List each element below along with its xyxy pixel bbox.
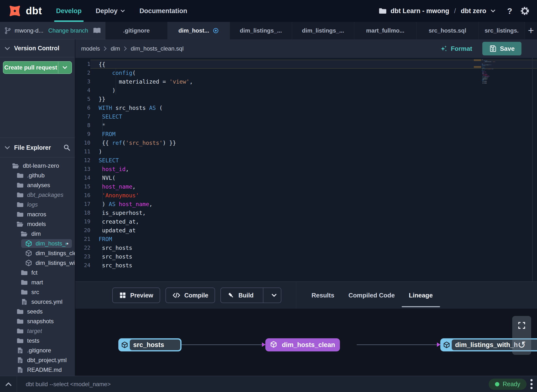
file-tree-item[interactable]: README.md xyxy=(0,365,75,375)
file-tree-item[interactable]: src xyxy=(0,287,75,297)
lineage-node[interactable]: src_hosts xyxy=(118,338,182,351)
dbt-logo-icon xyxy=(7,3,22,18)
fullscreen-icon[interactable] xyxy=(518,321,526,330)
file-tree-item[interactable]: analyses xyxy=(0,180,75,190)
chevron-down-icon[interactable] xyxy=(490,8,496,14)
code-line[interactable]: 16 'Anonymous' xyxy=(75,191,537,200)
editor-tab[interactable]: .gitignore xyxy=(105,22,168,39)
account-name[interactable]: dbt Learn - mwong xyxy=(390,7,449,15)
preview-button[interactable]: Preview xyxy=(112,287,160,303)
compile-button[interactable]: Compile xyxy=(165,287,215,303)
file-tree-item[interactable]: sources.yml xyxy=(0,297,75,307)
pull-request-dropdown[interactable] xyxy=(58,65,71,70)
code-line[interactable]: 2 config( xyxy=(75,69,537,77)
editor-tab[interactable]: src_listings. xyxy=(479,22,525,39)
build-dropdown[interactable] xyxy=(267,292,281,298)
file-explorer-header[interactable]: File Explorer xyxy=(0,138,75,157)
file-tree-item[interactable]: dim_listings_clean.sql xyxy=(0,248,75,258)
nav-item-deploy[interactable]: Deploy xyxy=(96,0,125,22)
code-line[interactable]: 20 updated_at xyxy=(75,226,537,235)
file-tree-item[interactable]: dbt_packages xyxy=(0,190,75,200)
code-line[interactable]: 18 is_superhost, xyxy=(75,209,537,217)
file-tree-item[interactable]: fct xyxy=(0,268,75,278)
nav-item-documentation[interactable]: Documentation xyxy=(139,0,187,22)
file-tree-item[interactable]: mart xyxy=(0,278,75,287)
code-line[interactable]: 15 host_name, xyxy=(75,182,537,191)
build-button[interactable]: Build xyxy=(220,287,281,303)
code-line[interactable]: 5}} xyxy=(75,95,537,104)
file-tree-item[interactable]: dim_hosts_clean.sql• xyxy=(0,239,75,248)
code-line[interactable]: 13 host_id, xyxy=(75,165,537,174)
docs-book-icon[interactable] xyxy=(93,27,101,34)
breadcrumb-models[interactable]: models xyxy=(81,45,100,52)
version-control-header[interactable]: Version Control xyxy=(0,39,75,57)
file-tree-item[interactable]: dbt_project.yml xyxy=(0,355,75,365)
lineage-edge xyxy=(357,344,437,345)
editor-tab[interactable]: src_hosts.sql xyxy=(416,22,479,39)
code-line[interactable]: 14 NVL( xyxy=(75,174,537,182)
file-tree-item[interactable]: tests xyxy=(0,336,75,346)
file-tree-item[interactable]: models xyxy=(0,219,75,229)
sidebar: Version Control Create pull request File… xyxy=(0,22,75,376)
folder-open-icon xyxy=(20,231,28,237)
file-tree-item[interactable]: macros xyxy=(0,209,75,219)
line-number: 18 xyxy=(75,209,90,217)
panel-tab-lineage[interactable]: Lineage xyxy=(409,282,433,309)
lineage-arrow-icon xyxy=(437,342,441,347)
breadcrumb-dim[interactable]: dim xyxy=(111,45,120,52)
editor-tab[interactable]: dim_listings_... xyxy=(292,22,354,39)
code-line[interactable]: 22 src_hosts xyxy=(75,244,537,252)
file-tree-item[interactable]: .gitignore xyxy=(0,346,75,355)
save-button[interactable]: Save xyxy=(482,42,521,55)
search-icon[interactable] xyxy=(63,144,70,151)
file-tree-item[interactable]: logs xyxy=(0,200,75,209)
help-icon[interactable]: ? xyxy=(507,6,512,16)
kebab-menu-icon[interactable] xyxy=(530,379,533,389)
file-tree-item[interactable]: seeds xyxy=(0,307,75,316)
new-tab-button[interactable]: + xyxy=(525,22,537,39)
code-line[interactable]: 12SELECT xyxy=(75,156,537,165)
indent-guide xyxy=(102,244,103,270)
project-separator: / xyxy=(454,7,456,15)
code-line[interactable]: 23 src_hosts xyxy=(75,252,537,261)
code-line[interactable]: 19 created_at, xyxy=(75,217,537,226)
editor-tab[interactable]: mart_fullmo... xyxy=(354,22,416,39)
format-button[interactable]: Format xyxy=(440,44,472,53)
code-line[interactable]: 21FROM xyxy=(75,235,537,244)
code-line[interactable]: 11) xyxy=(75,147,537,156)
file-name: fct xyxy=(31,269,37,276)
code-line[interactable]: 17 ) AS host_name, xyxy=(75,200,537,209)
command-input[interactable]: dbt build --select <model_name> xyxy=(26,381,111,388)
editor-tab[interactable]: dim_listings_... xyxy=(230,22,292,39)
nav-item-develop[interactable]: Develop xyxy=(56,0,82,22)
change-branch-link[interactable]: Change branch xyxy=(48,27,88,34)
code-line[interactable]: 24 src_hosts xyxy=(75,261,537,270)
file-tree-item[interactable]: .github xyxy=(0,171,75,180)
file-tree-item[interactable]: dim_listings_with_hosts... xyxy=(0,258,75,268)
code-editor[interactable]: 1{{2 config(3 materialized = 'view',4 )5… xyxy=(75,58,537,281)
code-line[interactable]: 4 ) xyxy=(75,86,537,95)
file-tree-item[interactable]: dim xyxy=(0,229,75,239)
gear-icon[interactable] xyxy=(520,6,530,16)
code-line[interactable]: 6WITH src_hosts AS ( xyxy=(75,104,537,112)
code-line[interactable]: 10 {{ ref('src_hosts') }} xyxy=(75,139,537,147)
minimap[interactable]: {{ config( materialized = 'view', )}}WIT… xyxy=(482,59,497,84)
create-pull-request-button[interactable]: Create pull request xyxy=(3,61,72,74)
file-tree-item[interactable]: dbt-learn-zero xyxy=(0,161,75,171)
editor-tab[interactable]: dim_host... xyxy=(168,22,230,39)
collapse-panel-button[interactable] xyxy=(0,376,17,392)
code-line[interactable]: 8 * xyxy=(75,121,537,130)
panel-tab-results[interactable]: Results xyxy=(312,282,334,309)
code-line[interactable]: 9 FROM xyxy=(75,130,537,139)
code-line[interactable]: 1{{ xyxy=(75,60,537,69)
project-name[interactable]: dbt zero xyxy=(461,7,486,15)
file-tree-item[interactable]: snapshots xyxy=(0,316,75,326)
code-line[interactable]: 7 SELECT xyxy=(75,112,537,121)
lineage-node[interactable]: dim_hosts_clean xyxy=(265,338,340,351)
dbt-logo[interactable]: dbt xyxy=(7,3,42,18)
reset-view-icon[interactable]: ↺ xyxy=(518,340,526,350)
panel-tab-compiled-code[interactable]: Compiled Code xyxy=(348,282,395,309)
file-tree-item[interactable]: target xyxy=(0,326,75,336)
editor-scrollbar[interactable] xyxy=(532,58,533,281)
code-line[interactable]: 3 materialized = 'view', xyxy=(75,77,537,86)
